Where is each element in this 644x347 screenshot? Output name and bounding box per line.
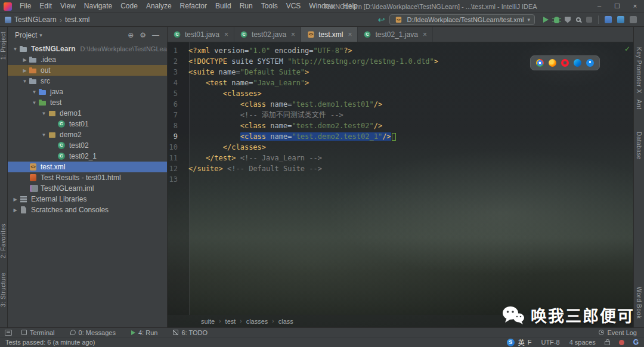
code-line-4[interactable]: 4 <test name="Java_Learn"> <box>168 78 633 88</box>
menu-navigate[interactable]: Navigate <box>80 0 116 13</box>
chevron-down-icon[interactable]: ▾ <box>39 32 42 38</box>
tool-button-6-todo[interactable]: 6: TODO <box>173 329 208 336</box>
code-line-9[interactable]: 9 <class name="test.demo2.test02_1"/> <box>168 131 633 142</box>
run-icon[interactable] <box>543 17 549 23</box>
expand-open-icon[interactable]: ▼ <box>40 111 48 116</box>
tool-button-0-messages[interactable]: 0: Messages <box>70 329 116 336</box>
preview-icon[interactable] <box>617 16 624 23</box>
expand-open-icon[interactable]: ▼ <box>11 47 19 52</box>
breadcrumb-test[interactable]: test <box>225 318 236 325</box>
project-panel-title[interactable]: Project <box>15 31 37 39</box>
tool-button-word-book[interactable]: Word Book <box>636 287 642 319</box>
safari-icon[interactable] <box>586 59 594 67</box>
edge-icon[interactable] <box>574 59 581 67</box>
lock-icon[interactable] <box>605 341 610 345</box>
tab-close-icon[interactable]: × <box>291 30 295 39</box>
editor-tab-test02-1-java[interactable]: test02_1.java× <box>358 27 432 42</box>
tree-row-test02-1[interactable]: test02_1 <box>8 151 167 162</box>
tree-row-test-results-test01-html[interactable]: Test Results - test01.html <box>8 172 167 183</box>
expand-closed-icon[interactable]: ▶ <box>21 57 29 63</box>
tree-row-testnglearn[interactable]: ▼TestNGLearnD:\IdeaWorkplace\TestNGLearn <box>8 44 167 54</box>
tool-button-terminal[interactable]: Terminal <box>21 329 55 336</box>
chrome-icon[interactable] <box>536 59 544 67</box>
maximize-button[interactable]: ☐ <box>608 0 626 13</box>
expand-open-icon[interactable]: ▼ <box>40 132 48 138</box>
tool-button-4-run[interactable]: 4: Run <box>131 329 157 336</box>
menu-edit[interactable]: Edit <box>35 0 56 13</box>
tree-row-scratches-and-consoles[interactable]: ▶Scratches and Consoles <box>8 205 167 215</box>
menu-tools[interactable]: Tools <box>257 0 282 13</box>
code-line-11[interactable]: 11 </test> <!-- Java_Learn --> <box>168 153 633 163</box>
tool-button-1-project[interactable]: 1: Project <box>0 32 7 60</box>
code-editor[interactable]: 1<?xml version="1.0" encoding="UTF-8"?>2… <box>168 42 633 315</box>
minimize-button[interactable]: – <box>590 0 608 13</box>
tree-row-demo2[interactable]: ▼demo2 <box>8 129 167 140</box>
back-arrow-icon[interactable]: ↩ <box>378 16 385 24</box>
notification-icon[interactable] <box>619 340 624 345</box>
close-button[interactable]: × <box>626 0 644 13</box>
code-line-13[interactable]: 13 <box>168 174 633 185</box>
expand-closed-icon[interactable]: ▶ <box>21 68 29 73</box>
tree-row-out[interactable]: ▶out <box>8 65 167 76</box>
breadcrumb-project[interactable]: TestNGLearn <box>14 16 57 24</box>
event-log-button[interactable]: Event Log <box>599 329 637 336</box>
indent-indicator[interactable]: 4 spaces <box>569 339 596 346</box>
hide-panel-icon[interactable]: — <box>149 31 162 39</box>
sogou-input-icon[interactable]: S <box>507 339 515 346</box>
tree-row-test-xml[interactable]: test.xml <box>8 162 167 172</box>
menu-build[interactable]: Build <box>211 0 236 13</box>
menu-view[interactable]: View <box>56 0 80 13</box>
breadcrumb-suite[interactable]: suite <box>201 318 215 325</box>
tree-row-src[interactable]: ▼src <box>8 76 167 86</box>
menu-vcs[interactable]: VCS <box>282 0 305 13</box>
tab-close-icon[interactable]: × <box>423 30 427 39</box>
debug-icon[interactable] <box>554 17 559 23</box>
tree-row-test02[interactable]: test02 <box>8 140 167 151</box>
tree-row-demo1[interactable]: ▼demo1 <box>8 108 167 119</box>
expand-open-icon[interactable]: ▼ <box>30 100 38 106</box>
firefox-icon[interactable] <box>549 59 556 67</box>
tree-row-testnglearn-iml[interactable]: TestNGLearn.iml <box>8 183 167 194</box>
tab-close-icon[interactable]: × <box>348 30 352 39</box>
menu-analyze[interactable]: Analyze <box>142 0 176 13</box>
tool-button-key-promoter-x[interactable]: Key Promoter X <box>636 47 642 94</box>
expand-closed-icon[interactable]: ▶ <box>11 197 19 202</box>
inspection-ok-icon[interactable]: ✓ <box>624 45 630 53</box>
tool-window-icon[interactable] <box>605 16 612 23</box>
expand-open-icon[interactable]: ▼ <box>21 79 29 84</box>
coverage-icon[interactable] <box>565 17 571 23</box>
g-icon[interactable]: G <box>633 338 639 346</box>
menu-refactor[interactable]: Refactor <box>176 0 211 13</box>
editor-tab-test01-java[interactable]: test01.java× <box>168 27 234 42</box>
tree-row-java[interactable]: ▼java <box>8 86 167 97</box>
editor-tab-test-xml[interactable]: test.xml× <box>301 27 358 42</box>
search-icon[interactable] <box>576 17 581 22</box>
tool-windows-toggle-icon[interactable] <box>5 330 12 336</box>
expand-open-icon[interactable]: ▼ <box>30 89 38 95</box>
tab-close-icon[interactable]: × <box>224 30 228 39</box>
code-line-6[interactable]: 6 <class name="test.demo1.test01"/> <box>168 99 633 110</box>
encoding-indicator[interactable]: UTF-8 <box>541 339 559 346</box>
ime-width-indicator[interactable]: F <box>528 339 532 346</box>
run-config-select[interactable]: D:/IdeaWorkplace/TestNGLearn/test.xml ▾ <box>389 14 535 25</box>
editor-tab-test02-java[interactable]: test02.java× <box>234 27 301 42</box>
code-line-1[interactable]: 1<?xml version="1.0" encoding="UTF-8"?> <box>168 45 633 56</box>
hide-windows-icon[interactable] <box>630 16 637 23</box>
ime-mode-indicator[interactable]: 英 <box>518 337 525 347</box>
breadcrumb-class[interactable]: class <box>278 318 293 325</box>
menu-run[interactable]: Run <box>236 0 257 13</box>
tree-row-idea[interactable]: ▶.idea <box>8 54 167 65</box>
tool-button-database[interactable]: Database <box>636 132 642 160</box>
menu-code[interactable]: Code <box>116 0 142 13</box>
breadcrumb-file[interactable]: test.xml <box>65 16 89 24</box>
code-line-12[interactable]: 12</suite> <!-- Default Suite --> <box>168 163 633 174</box>
opera-icon[interactable] <box>561 59 569 67</box>
locate-icon[interactable]: ⊕ <box>125 31 137 39</box>
breadcrumb-classes[interactable]: classes <box>246 318 268 325</box>
tree-row-test[interactable]: ▼test <box>8 97 167 108</box>
code-line-5[interactable]: 5 <classes> <box>168 88 633 99</box>
tool-button-ant[interactable]: Ant <box>636 100 642 110</box>
tool-button-2-favorites[interactable]: 2: Favorites <box>0 224 7 258</box>
code-line-10[interactable]: 10 </classes> <box>168 142 633 153</box>
code-line-8[interactable]: 8 <class name="test.demo2.test02"/> <box>168 120 633 131</box>
